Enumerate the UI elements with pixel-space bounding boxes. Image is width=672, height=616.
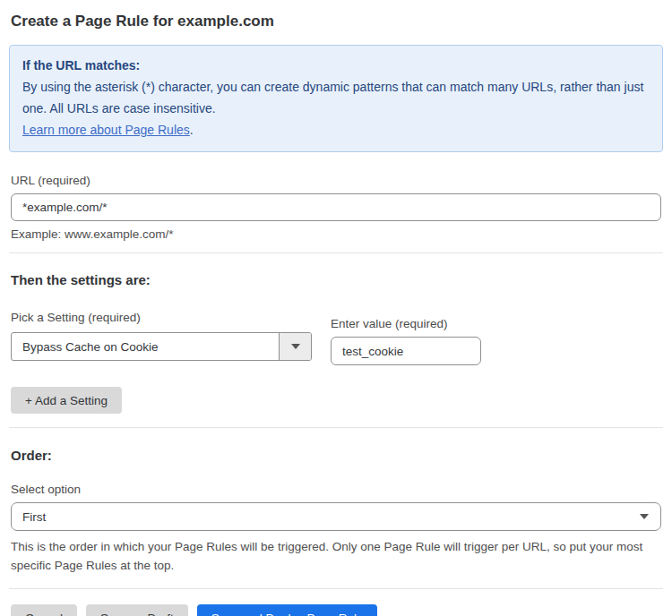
pick-setting-column: Pick a Setting (required) Bypass Cache o…	[11, 309, 312, 361]
settings-section-heading: Then the settings are:	[9, 272, 663, 287]
divider	[9, 427, 663, 428]
chevron-down-icon	[291, 344, 300, 349]
save-as-draft-button[interactable]: Save as Draft	[86, 604, 188, 616]
url-field-section: URL (required) Example: www.example.com/…	[9, 172, 663, 241]
cancel-button[interactable]: Cancel	[11, 604, 77, 616]
info-box-body: By using the asterisk (*) character, you…	[22, 76, 650, 141]
info-box-heading: If the URL matches:	[22, 55, 650, 76]
enter-value-label: Enter value (required)	[331, 317, 448, 330]
url-matches-info-box: If the URL matches: By using the asteris…	[9, 45, 663, 152]
order-helper-text: This is the order in which your Page Rul…	[11, 537, 656, 575]
enter-value-column: Enter value (required)	[331, 315, 481, 365]
footer-actions: Cancel Save as Draft Save and Deploy Pag…	[9, 604, 663, 616]
setting-select[interactable]: Bypass Cache on Cookie	[11, 332, 312, 361]
pick-setting-label: Pick a Setting (required)	[11, 311, 141, 324]
setting-value-input[interactable]	[331, 337, 481, 365]
learn-more-link[interactable]: Learn more about Page Rules	[22, 123, 190, 137]
order-section-heading: Order:	[9, 448, 663, 463]
info-box-body-text: By using the asterisk (*) character, you…	[22, 80, 643, 116]
divider	[9, 252, 663, 253]
setting-row: Pick a Setting (required) Bypass Cache o…	[9, 309, 663, 365]
setting-select-dropdown-button[interactable]	[279, 333, 311, 360]
save-and-deploy-button[interactable]: Save and Deploy Page Rule	[197, 604, 378, 616]
order-select-section: Select option First This is the order in…	[9, 481, 663, 575]
url-input[interactable]	[11, 193, 661, 221]
add-setting-button[interactable]: + Add a Setting	[11, 387, 122, 414]
create-page-rule-form: Create a Page Rule for example.com If th…	[0, 0, 672, 616]
add-setting-wrap: + Add a Setting	[9, 387, 663, 414]
divider	[9, 588, 663, 589]
chevron-down-icon	[640, 514, 649, 519]
order-select-label: Select option	[11, 483, 81, 496]
page-title: Create a Page Rule for example.com	[9, 13, 663, 30]
url-field-label: URL (required)	[11, 174, 90, 187]
setting-select-value: Bypass Cache on Cookie	[12, 333, 279, 360]
order-select[interactable]: First	[11, 502, 661, 531]
link-suffix: .	[190, 123, 194, 137]
order-select-value: First	[22, 510, 46, 524]
url-example-text: Example: www.example.com/*	[11, 227, 661, 241]
